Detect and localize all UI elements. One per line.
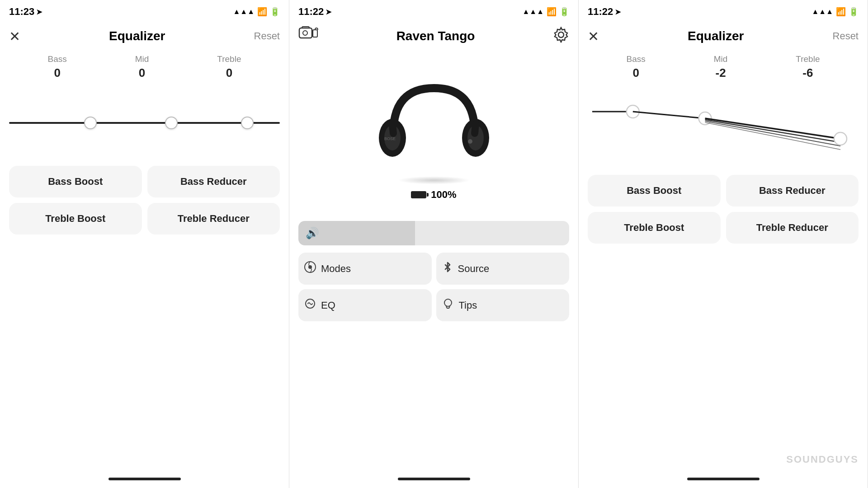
svg-point-23 [834, 132, 847, 145]
eq-label: EQ [321, 300, 335, 311]
nav-bar-center: Raven Tango [289, 22, 578, 51]
status-bar-right: 11:22 ➤ ▲▲▲ 📶 🔋 [579, 0, 868, 22]
right-panel: 11:22 ➤ ▲▲▲ 📶 🔋 ✕ Equalizer Reset Bass 0… [579, 0, 868, 488]
mid-thumb-left[interactable] [165, 117, 178, 129]
treble-reducer-btn-left[interactable]: Treble Reducer [147, 203, 280, 235]
status-left-center: 11:22 ➤ [298, 6, 331, 18]
status-left: 11:23 ➤ [9, 6, 42, 18]
bluetooth-svg-icon [442, 261, 453, 273]
volume-fill: 🔊 [298, 221, 415, 245]
wifi-icon-right: 📶 [836, 7, 846, 17]
bluetooth-icon [442, 261, 453, 276]
treble-thumb-left[interactable] [241, 117, 254, 129]
bass-reducer-btn-left[interactable]: Bass Reducer [147, 166, 280, 197]
bass-group-left: Bass 0 [47, 54, 66, 80]
nav-bar-right: ✕ Equalizer Reset [579, 22, 868, 51]
signal-icon-left: ▲▲▲ [233, 8, 255, 16]
nav-title-left: Equalizer [109, 29, 165, 43]
volume-track[interactable]: 🔊 [298, 221, 569, 245]
treble-label-right: Treble [796, 54, 820, 64]
modes-label: Modes [321, 263, 351, 275]
eq-presets-left: Bass Boost Bass Reducer Treble Boost Tre… [0, 161, 289, 239]
battery-icon-center: 🔋 [559, 7, 569, 17]
mid-label-left: Mid [135, 54, 149, 64]
modes-svg-icon [304, 261, 316, 273]
eq-btn[interactable]: EQ [298, 289, 432, 321]
mid-value-left: 0 [139, 66, 145, 80]
status-right-center: ▲▲▲ 📶 🔋 [522, 7, 569, 17]
svg-point-13 [444, 299, 452, 306]
signal-icon-center: ▲▲▲ [522, 8, 544, 16]
home-indicator-left [0, 470, 289, 488]
status-right-left: ▲▲▲ 📶 🔋 [233, 7, 280, 17]
mid-group-left: Mid 0 [135, 54, 149, 80]
bass-reducer-btn-right[interactable]: Bass Reducer [726, 175, 859, 206]
nav-title-center: Raven Tango [396, 29, 475, 43]
treble-reducer-btn-right[interactable]: Treble Reducer [726, 212, 859, 244]
location-icon-right: ➤ [615, 8, 621, 16]
headphone-svg: BOSE [375, 75, 493, 178]
bass-boost-btn-right[interactable]: Bass Boost [588, 175, 721, 206]
close-button-right[interactable]: ✕ [588, 28, 599, 44]
nav-title-right: Equalizer [688, 29, 744, 43]
source-label: Source [458, 263, 490, 275]
eq-labels-left: Bass 0 Mid 0 Treble 0 [0, 51, 289, 80]
signal-icon-right: ▲▲▲ [811, 8, 833, 16]
home-bar-center [398, 478, 470, 480]
headphone-area: BOSE 100% [289, 51, 578, 217]
battery-full-icon [411, 191, 426, 198]
treble-boost-btn-right[interactable]: Treble Boost [588, 212, 721, 244]
treble-boost-btn-left[interactable]: Treble Boost [9, 203, 142, 235]
modes-icon [304, 261, 316, 277]
treble-label-left: Treble [217, 54, 241, 64]
eq-icon [304, 297, 316, 313]
wifi-icon-center: 📶 [547, 7, 557, 17]
svg-line-20 [705, 120, 841, 142]
settings-button-center[interactable] [553, 27, 569, 46]
eq-svg-icon [304, 297, 316, 310]
tips-btn[interactable]: Tips [436, 289, 570, 321]
modes-btn[interactable]: Modes [298, 253, 432, 285]
time-left: 11:23 [9, 6, 34, 18]
volume-row: 🔊 [289, 221, 578, 245]
mid-group-right: Mid -2 [714, 54, 728, 80]
home-bar-right [687, 478, 760, 480]
source-btn[interactable]: Source [436, 253, 570, 285]
bass-group-right: Bass 0 [626, 54, 645, 80]
reset-button-right[interactable]: Reset [833, 30, 859, 42]
time-center: 11:22 [298, 6, 324, 18]
time-right: 11:22 [588, 6, 613, 18]
bass-thumb-left[interactable] [84, 117, 97, 129]
reset-button-left[interactable]: Reset [254, 30, 280, 42]
settings-gear-icon [553, 27, 569, 43]
treble-group-left: Treble 0 [217, 54, 241, 80]
headphone-nav-btn[interactable] [298, 26, 318, 46]
headphone-phone-icon [298, 26, 318, 42]
eq-sliders-left [0, 80, 289, 161]
close-button-left[interactable]: ✕ [9, 28, 20, 44]
svg-line-21 [705, 121, 841, 146]
treble-value-left: 0 [226, 66, 232, 80]
home-indicator-right [579, 470, 868, 488]
svg-rect-0 [299, 28, 312, 38]
tips-icon [442, 297, 454, 313]
mid-label-right: Mid [714, 54, 728, 64]
control-grid: Modes Source EQ [289, 253, 578, 321]
bass-value-right: 0 [632, 66, 639, 80]
nav-bar-left: ✕ Equalizer Reset [0, 22, 289, 51]
center-panel: 11:22 ➤ ▲▲▲ 📶 🔋 Raven Tango [289, 0, 579, 488]
battery-percent: 100% [431, 189, 456, 201]
slider-track-left [9, 122, 280, 124]
tips-svg-icon [442, 297, 454, 310]
treble-value-right: -6 [802, 66, 813, 80]
status-right-right: ▲▲▲ 📶 🔋 [811, 7, 859, 17]
headphone-shadow [398, 176, 470, 184]
bass-boost-btn-left[interactable]: Bass Boost [9, 166, 142, 197]
bass-value-left: 0 [54, 66, 60, 80]
headphone-image: BOSE [371, 68, 497, 185]
eq-presets-right: Bass Boost Bass Reducer Treble Boost Tre… [579, 170, 868, 248]
svg-point-8 [468, 139, 472, 144]
eq-curve-svg [588, 89, 859, 152]
battery-row: 100% [411, 189, 456, 201]
slider-container-left [9, 109, 280, 136]
